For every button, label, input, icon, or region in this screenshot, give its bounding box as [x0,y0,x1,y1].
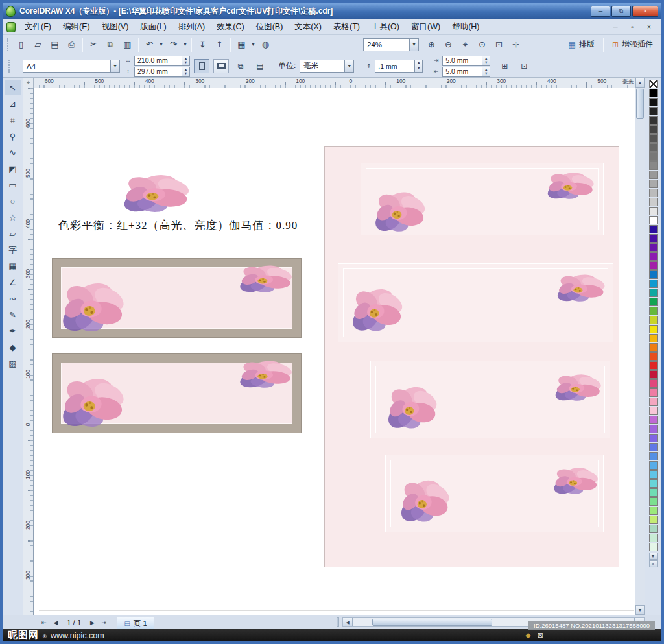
stepper[interactable]: ▲▼ [482,56,490,65]
chevron-down-icon[interactable]: ▾ [110,60,119,72]
nudge-offset-field[interactable]: .1 mm ▲▼ [375,60,423,73]
ruler-origin-button[interactable]: ⌖ [23,78,34,88]
flower-image[interactable] [554,272,609,303]
color-swatch[interactable] [649,316,658,324]
color-swatch[interactable] [649,334,658,342]
flower-image[interactable] [398,476,453,524]
duplicate-x-field[interactable]: 5.0 mm ▲▼ [442,56,490,66]
color-swatch[interactable] [649,252,658,261]
paper-width-field[interactable]: 210.0 mm ▲▼ [134,56,190,66]
landscape-button[interactable] [213,59,229,73]
color-swatch[interactable] [649,379,658,388]
color-swatch[interactable] [649,234,658,243]
smart-fill-tool[interactable]: ◩ [5,161,21,176]
flower-image[interactable] [350,285,407,333]
menu-layout[interactable]: 版面(L) [134,19,172,34]
color-swatch[interactable] [649,107,658,115]
shape-tool[interactable]: ⊿ [5,96,21,112]
menu-view[interactable]: 视图(V) [96,19,135,34]
color-swatch[interactable] [649,452,658,460]
zoom-to-selection-button[interactable]: ⌖ [457,37,473,53]
menu-bitmaps[interactable]: 位图(B) [250,19,289,34]
page-tab[interactable]: ▤ 页 1 [117,617,154,629]
color-swatch[interactable] [649,89,658,97]
import-button[interactable]: ↧ [195,37,211,53]
paper-height-field[interactable]: 297.0 mm ▲▼ [134,67,190,77]
color-swatch[interactable] [649,516,658,524]
color-swatch[interactable] [649,325,658,333]
sheet-banner-1[interactable] [361,163,604,235]
plugins-button[interactable]: ⊞ 增强插件 [606,37,659,53]
crop-tool[interactable]: ⌗ [5,112,21,128]
menu-window[interactable]: 窗口(W) [405,19,446,34]
color-swatch[interactable] [649,543,658,551]
color-swatch[interactable] [649,416,658,424]
freehand-tool[interactable]: ∿ [5,145,21,160]
sheet-banner-4[interactable] [385,455,604,532]
flower-image[interactable] [552,372,605,402]
color-swatch[interactable] [649,425,658,433]
layout-button[interactable]: ▦ 排版 [563,37,600,53]
color-swatch[interactable] [649,243,658,252]
color-swatch[interactable] [649,525,658,533]
close-button[interactable]: × [632,6,658,17]
first-page-button[interactable]: ⇤ [39,617,49,628]
snap-to-grid-button[interactable]: ⊞ [497,59,512,73]
print-button[interactable]: ⎙ [64,37,80,53]
color-swatch[interactable] [649,280,658,288]
menu-table[interactable]: 表格(T) [327,19,366,34]
dimension-tool[interactable]: ∠ [5,274,21,290]
pan-button[interactable]: ⊹ [508,37,524,53]
zoom-out-button[interactable]: ⊖ [440,37,456,53]
interactive-fill-tool[interactable]: ▨ [5,355,21,371]
fill-status-icon[interactable]: ◆ [525,631,530,639]
color-swatch[interactable] [649,134,658,143]
document-icon[interactable] [6,22,16,32]
color-swatch[interactable] [649,80,658,88]
rectangle-tool[interactable]: ▭ [5,177,21,193]
vertical-scrollbar[interactable]: ▲ ▼ [635,78,645,615]
launcher-dropdown-button[interactable]: ▾ [250,37,257,53]
outline-pen-tool[interactable]: ✒ [5,323,21,339]
next-page-button[interactable]: ▶ [87,617,97,628]
color-swatch[interactable] [649,143,658,152]
color-swatch[interactable] [649,479,658,488]
menu-file[interactable]: 文件(F) [19,19,57,34]
flower-image[interactable] [59,374,129,429]
vertical-ruler[interactable]: 6005004003002001000100200300 [23,88,34,615]
zoom-to-page-button[interactable]: ⊡ [491,37,507,53]
last-page-button[interactable]: ⇥ [99,617,109,628]
blend-tool[interactable]: ∾ [5,291,21,306]
color-swatch[interactable] [649,461,658,470]
basic-shapes-tool[interactable]: ▱ [5,226,21,241]
sheet-banner-3[interactable] [370,361,610,438]
menu-edit[interactable]: 编辑(E) [57,19,96,34]
color-swatch[interactable] [649,207,658,215]
size-current-page-button[interactable]: ▤ [252,59,268,73]
color-swatch[interactable] [649,116,658,125]
color-swatch[interactable] [649,443,658,451]
undo-button[interactable]: ↶ [141,37,158,53]
polygon-tool[interactable]: ☆ [5,209,21,225]
size-all-pages-button[interactable]: ⧉ [233,59,248,73]
table-tool[interactable]: ▦ [5,258,21,274]
doc-minimize-button[interactable]: ─ [611,23,620,30]
scroll-left-button[interactable]: ◀ [343,618,353,626]
vertical-scroll-thumb[interactable] [636,89,644,119]
color-swatch[interactable] [649,98,658,106]
zoom-in-button[interactable]: ⊕ [423,37,440,53]
cut-button[interactable]: ✂ [86,37,102,53]
color-swatch[interactable] [649,198,658,206]
portrait-button[interactable] [194,59,209,73]
color-swatch[interactable] [649,388,658,397]
new-button[interactable]: ▯ [13,37,29,53]
paste-button[interactable]: ▥ [119,37,136,53]
color-swatch[interactable] [649,152,658,161]
color-swatch[interactable] [649,407,658,415]
color-balance-note[interactable]: 色彩平衡：红+32（高光、亮度）伽马值：0.90 [58,218,298,233]
zoom-level-combo[interactable]: 24% ▾ [363,38,419,51]
menu-tools[interactable]: 工具(O) [366,19,405,34]
save-button[interactable]: ▤ [47,37,63,53]
vertical-scroll-track[interactable] [635,88,645,605]
fill-tool[interactable]: ◆ [5,339,21,355]
